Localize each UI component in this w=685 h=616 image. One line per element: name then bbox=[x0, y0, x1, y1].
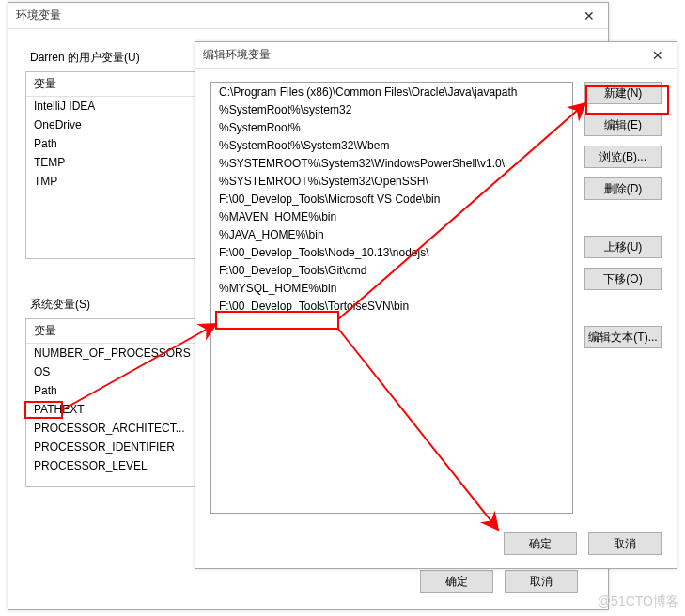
path-item[interactable]: %SYSTEMROOT%\System32\OpenSSH\ bbox=[211, 172, 572, 190]
path-item[interactable]: F:\00_Develop_Tools\Node_10.13\nodejs\ bbox=[211, 243, 572, 261]
move-down-button[interactable]: 下移(O) bbox=[584, 268, 662, 290]
path-item[interactable]: C:\Program Files (x86)\Common Files\Orac… bbox=[211, 83, 572, 100]
cancel-button[interactable]: 取消 bbox=[505, 570, 578, 593]
path-item[interactable]: %SystemRoot%\System32\Wbem bbox=[211, 136, 572, 154]
edit-env-titlebar: 编辑环境变量 ✕ bbox=[195, 42, 677, 69]
watermark: @51CTO博客 bbox=[598, 593, 679, 610]
close-icon[interactable]: ✕ bbox=[578, 8, 600, 23]
move-up-button[interactable]: 上移(U) bbox=[584, 236, 662, 258]
browse-button[interactable]: 浏览(B)... bbox=[584, 146, 662, 168]
env-vars-title: 环境变量 bbox=[16, 8, 61, 23]
button-column: 新建(N) 编辑(E) 浏览(B)... 删除(D) 上移(U) 下移(O) 编… bbox=[584, 82, 662, 555]
edit-env-title: 编辑环境变量 bbox=[203, 47, 271, 63]
path-item[interactable]: %SystemRoot% bbox=[211, 118, 572, 136]
cancel-button[interactable]: 取消 bbox=[588, 532, 662, 555]
path-item[interactable]: F:\00_Develop_Tools\TortoiseSVN\bin bbox=[211, 297, 572, 315]
env-vars-footer: 确定 取消 bbox=[420, 570, 578, 593]
edit-env-footer: 确定 取消 bbox=[504, 532, 662, 555]
path-item[interactable]: %SystemRoot%\system32 bbox=[211, 100, 572, 118]
edit-env-var-dialog: 编辑环境变量 ✕ C:\Program Files (x86)\Common F… bbox=[195, 41, 677, 569]
edit-env-content: C:\Program Files (x86)\Common Files\Orac… bbox=[195, 69, 677, 568]
env-vars-titlebar: 环境变量 ✕ bbox=[8, 3, 608, 29]
edit-button[interactable]: 编辑(E) bbox=[584, 114, 662, 136]
ok-button[interactable]: 确定 bbox=[504, 532, 577, 555]
path-item[interactable]: %MAVEN_HOME%\bin bbox=[211, 208, 572, 225]
path-item[interactable]: F:\00_Develop_Tools\Microsoft VS Code\bi… bbox=[211, 190, 572, 208]
new-button[interactable]: 新建(N) bbox=[584, 82, 662, 104]
delete-button[interactable]: 删除(D) bbox=[584, 177, 662, 200]
edit-text-button[interactable]: 编辑文本(T)... bbox=[584, 326, 662, 348]
path-item-mysql[interactable]: %MYSQL_HOME%\bin bbox=[211, 279, 572, 297]
path-item[interactable]: %SYSTEMROOT%\System32\WindowsPowerShell\… bbox=[211, 154, 572, 172]
close-icon[interactable]: ✕ bbox=[646, 48, 669, 63]
path-list[interactable]: C:\Program Files (x86)\Common Files\Orac… bbox=[210, 82, 573, 514]
path-item[interactable]: %JAVA_HOME%\bin bbox=[211, 225, 572, 243]
path-item[interactable]: F:\00_Develop_Tools\Git\cmd bbox=[211, 261, 572, 279]
ok-button[interactable]: 确定 bbox=[420, 570, 493, 593]
